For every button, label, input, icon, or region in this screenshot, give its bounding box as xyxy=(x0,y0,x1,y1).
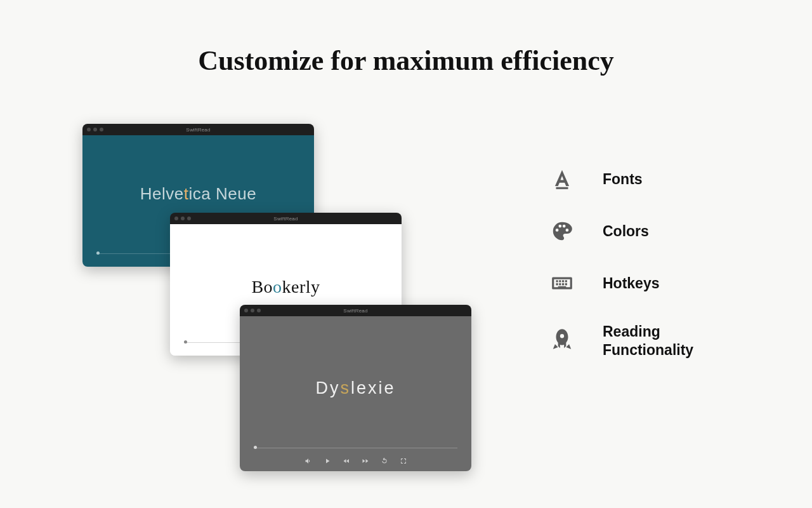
feature-fonts: Fonts xyxy=(549,166,717,192)
progress-knob-icon xyxy=(184,340,187,344)
svg-rect-0 xyxy=(556,187,568,189)
feature-hotkeys: Hotkeys xyxy=(549,271,717,296)
titlebar: SwiftRead xyxy=(82,124,314,135)
fullscreen-icon[interactable] xyxy=(400,457,407,465)
volume-icon[interactable] xyxy=(304,457,312,465)
app-title: SwiftRead xyxy=(240,308,471,314)
feature-reading-functionality: Reading Functionality xyxy=(549,323,717,359)
forward-icon[interactable] xyxy=(362,457,369,465)
feature-label: Reading Functionality xyxy=(603,323,717,359)
palette-icon xyxy=(549,218,575,244)
window-stack: SwiftRead Helvetica Neue SwiftRead Booke… xyxy=(82,124,488,479)
progress-knob-icon xyxy=(96,251,100,255)
app-title: SwiftRead xyxy=(170,216,402,222)
keyboard-icon xyxy=(549,271,575,296)
play-icon[interactable] xyxy=(324,457,331,465)
rewind-icon[interactable] xyxy=(343,457,350,465)
feature-colors: Colors xyxy=(549,218,717,244)
playback-controls xyxy=(240,457,471,465)
feature-label: Hotkeys xyxy=(603,274,659,293)
font-sample: Helvetica Neue xyxy=(140,184,256,204)
progress-knob-icon xyxy=(254,446,257,449)
font-sample: Bookerly xyxy=(251,277,320,297)
app-window-dyslexie: SwiftRead Dyslexie xyxy=(240,305,471,471)
feature-label: Colors xyxy=(603,222,649,241)
titlebar: SwiftRead xyxy=(240,305,471,316)
restart-icon[interactable] xyxy=(381,457,388,465)
window-body: Dyslexie xyxy=(240,316,471,471)
font-icon xyxy=(549,166,575,192)
feature-list: Fonts Colors Hotkeys Reading Functionali… xyxy=(549,166,717,359)
page-title: Customize for maximum efficiency xyxy=(0,44,812,77)
feature-label: Fonts xyxy=(603,170,643,189)
font-sample: Dyslexie xyxy=(315,378,395,398)
app-title: SwiftRead xyxy=(82,127,314,133)
titlebar: SwiftRead xyxy=(170,213,402,224)
progress-bar xyxy=(254,447,457,448)
rocket-icon xyxy=(549,326,575,352)
